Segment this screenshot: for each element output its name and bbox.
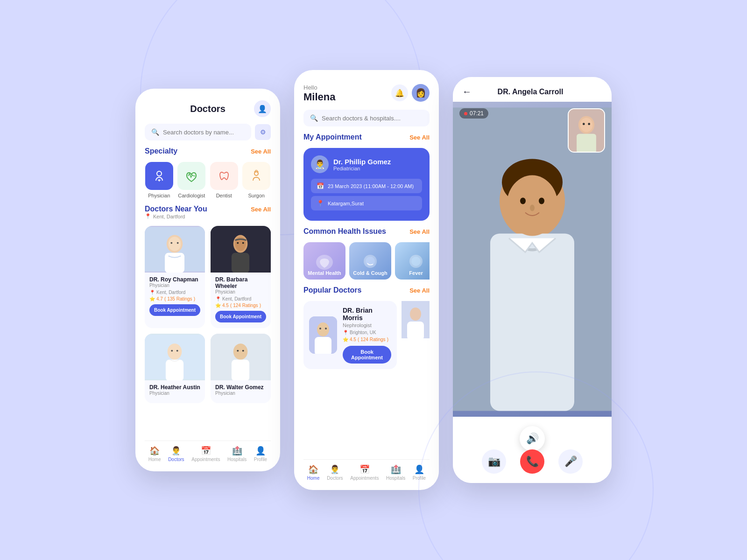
- search-icon: 🔍: [151, 128, 159, 136]
- user-name: Milena: [303, 91, 335, 103]
- vc-timer: 07:21: [459, 108, 488, 119]
- doctor2-body: DR. Barbara Wheeler Physician 📍 Kent, Da…: [211, 273, 271, 308]
- appt-doc-specialty: Pediatrician: [333, 166, 391, 171]
- nav-doctors[interactable]: 👨‍⚕️ Doctors: [168, 446, 184, 462]
- popular-docs-see-all[interactable]: See All: [409, 287, 430, 294]
- svg-point-50: [583, 123, 585, 125]
- speaker-button[interactable]: 🔊: [520, 426, 545, 451]
- camera-button[interactable]: 📷: [482, 449, 506, 474]
- popular-docs-title: Popular Doctors: [303, 286, 361, 294]
- hospitals-icon: 🏥: [232, 446, 242, 456]
- popular-doc-name: DR. Brian Morris: [343, 307, 391, 322]
- doctors-near-header: Doctors Near You See All: [145, 205, 271, 213]
- nav2-home[interactable]: 🏠 Home: [307, 464, 320, 481]
- specialty-header: Specialty See All: [145, 147, 271, 155]
- health-issues-header: Common Health Issues See All: [303, 227, 430, 236]
- svg-point-31: [317, 322, 329, 336]
- book-appointment-btn-2[interactable]: Book Appointment: [215, 311, 266, 322]
- specialty-dentist[interactable]: Dentist: [210, 162, 239, 198]
- svg-point-8: [177, 242, 179, 244]
- phone2-bottom-nav: 🏠 Home 👨‍⚕️ Doctors 📅 Appointments 🏥 Hos…: [303, 459, 430, 483]
- popular-doc-info: DR. Brian Morris Nephrologist 📍 Brighton…: [343, 307, 391, 364]
- doctor-card-1: DR. Roy Chapman Physician 📍 Kent, Dartfo…: [145, 226, 205, 328]
- dentist-label: Dentist: [216, 193, 232, 198]
- home-icon: 🏠: [149, 446, 160, 456]
- filter-button[interactable]: ⚙: [255, 124, 271, 140]
- popular-docs-row: DR. Brian Morris Nephrologist 📍 Brighton…: [303, 301, 430, 369]
- book-appointment-btn-1[interactable]: Book Appointment: [149, 304, 200, 316]
- popular-doc-img2: [402, 301, 430, 338]
- back-button[interactable]: ←: [462, 86, 472, 97]
- nav-appointments[interactable]: 📅 Appointments: [191, 446, 220, 462]
- health-issue-mental[interactable]: Mental Health: [303, 242, 345, 280]
- nav2-profile-label: Profile: [413, 476, 426, 481]
- user-avatar[interactable]: 👩: [412, 84, 430, 102]
- end-call-button[interactable]: 📞: [520, 449, 544, 474]
- popular-doc-book-btn[interactable]: Book Appointment: [343, 346, 391, 364]
- svg-rect-40: [490, 234, 574, 411]
- search-icon-2: 🔍: [310, 114, 318, 122]
- nav2-doctors[interactable]: 👨‍⚕️ Doctors: [327, 464, 343, 481]
- doctor2-location: 📍 Kent, Dartford: [215, 296, 266, 301]
- health-issue-fever[interactable]: Fever: [395, 242, 430, 280]
- doctors-near-see-all[interactable]: See All: [251, 206, 271, 213]
- svg-point-14: [242, 242, 244, 244]
- doctors-grid: DR. Roy Chapman Physician 📍 Kent, Dartfo…: [145, 226, 271, 403]
- location-icon: 📍: [149, 290, 155, 295]
- doctor1-body: DR. Roy Chapman Physician 📍 Kent, Dartfo…: [145, 273, 205, 301]
- nav2-home-label: Home: [307, 476, 320, 481]
- main-controls-row: 📷 📞 🎤: [482, 449, 583, 474]
- popular-doc-location: 📍 Brighton, UK: [343, 330, 391, 335]
- doctors-icon2: 👨‍⚕️: [330, 464, 340, 475]
- popular-docs-header: Popular Doctors See All: [303, 286, 430, 294]
- specialty-surgeon[interactable]: Surgon: [242, 162, 271, 198]
- specialty-see-all[interactable]: See All: [251, 148, 271, 155]
- appointment-see-all[interactable]: See All: [409, 134, 430, 141]
- search-input[interactable]: [163, 129, 245, 136]
- surgeon-icon-box: [242, 162, 270, 190]
- health-issues-see-all[interactable]: See All: [409, 228, 430, 235]
- notification-button[interactable]: 🔔: [391, 84, 408, 101]
- health-issues-title: Common Health Issues: [303, 227, 386, 236]
- location-row: 📍 Kent, Dartford: [145, 213, 271, 219]
- nav2-profile[interactable]: 👤 Profile: [413, 464, 426, 481]
- appointment-section-header: My Appointment See All: [303, 133, 430, 141]
- profile-icon: 👤: [255, 446, 266, 456]
- svg-point-13: [237, 242, 239, 244]
- greeting-block: Hello Milena: [303, 84, 335, 103]
- svg-point-43: [520, 198, 526, 204]
- user-avatar-icon[interactable]: 👤: [254, 100, 271, 117]
- pip-window[interactable]: [568, 108, 605, 153]
- search-bar-2: 🔍: [303, 110, 430, 126]
- nav-profile-label: Profile: [254, 457, 267, 462]
- svg-point-45: [530, 205, 535, 211]
- vc-header: ← DR. Angela Carroll: [453, 77, 612, 102]
- health-issue-cold[interactable]: Cold & Cough: [349, 242, 391, 280]
- home-icon2: 🏠: [308, 464, 318, 475]
- nav-home[interactable]: 🏠 Home: [148, 446, 161, 462]
- nav-hospitals[interactable]: 🏥 Hospitals: [227, 446, 247, 462]
- specialty-physician[interactable]: Physician: [145, 162, 174, 198]
- svg-point-23: [237, 350, 239, 352]
- svg-point-36: [410, 308, 421, 321]
- search-input-2[interactable]: [322, 115, 423, 122]
- nav-home-label: Home: [148, 457, 161, 462]
- specialty-cardiologist[interactable]: Cardiologist: [177, 162, 206, 198]
- doctor-card-3: DR. Heather Austin Physician: [145, 334, 205, 403]
- star-icon: ⭐: [149, 296, 155, 301]
- nav2-hospitals[interactable]: 🏥 Hospitals: [386, 464, 405, 481]
- appt-location-row: 📍 Katargam,Surat: [311, 196, 422, 210]
- nav-profile[interactable]: 👤 Profile: [254, 446, 267, 462]
- doctor2-rating: ⭐ 4.5 (124 Ratings): [215, 303, 266, 308]
- vc-controls: 🔊 📷 📞 🎤: [453, 417, 612, 483]
- location-icon2: 📍: [215, 296, 221, 301]
- svg-rect-37: [407, 322, 424, 338]
- mute-button[interactable]: 🎤: [558, 449, 583, 474]
- phone1-doctors: Doctors 👤 🔍 ⚙ Specialty See All: [135, 89, 280, 471]
- svg-point-21: [233, 343, 248, 359]
- star-icon3: ⭐: [343, 337, 348, 342]
- nav2-appointments[interactable]: 📅 Appointments: [350, 464, 379, 481]
- vc-main-video: 07:21: [453, 102, 612, 417]
- doctor3-specialty: Physician: [149, 391, 200, 396]
- doctor4-specialty: Physician: [215, 391, 266, 396]
